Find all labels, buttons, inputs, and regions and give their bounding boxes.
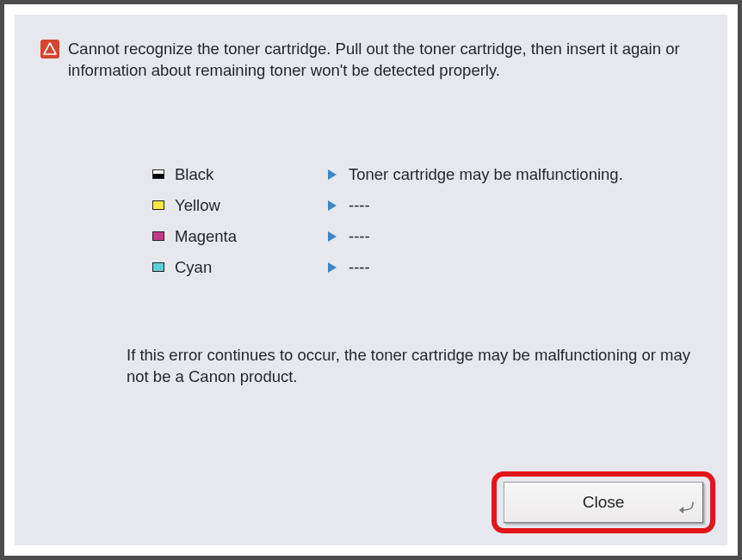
toner-name: Cyan	[175, 258, 328, 277]
toner-name: Yellow	[175, 196, 328, 215]
return-icon	[678, 500, 696, 519]
footer-message: If this error continues to occur, the to…	[127, 345, 702, 388]
toner-row-magenta: Magenta ----	[152, 221, 702, 252]
toner-row-cyan: Cyan ----	[152, 252, 702, 283]
toner-status: ----	[349, 258, 370, 277]
close-button-label: Close	[583, 493, 625, 512]
arrow-icon	[328, 231, 337, 242]
warning-message: Cannot recognize the toner cartridge. Pu…	[68, 39, 702, 82]
header-row: Cannot recognize the toner cartridge. Pu…	[40, 39, 702, 82]
toner-row-yellow: Yellow ----	[152, 190, 702, 221]
arrow-icon	[328, 169, 337, 180]
toner-status: ----	[349, 196, 370, 215]
warning-icon	[40, 40, 59, 62]
close-button-highlight: Close	[492, 471, 715, 533]
toner-name: Black	[175, 165, 328, 184]
svg-marker-2	[679, 507, 683, 514]
arrow-icon	[328, 262, 337, 273]
toner-status: Toner cartridge may be malfunctioning.	[349, 165, 623, 184]
swatch-cyan-icon	[152, 262, 164, 272]
toner-list: Black Toner cartridge may be malfunction…	[152, 159, 702, 283]
toner-status: ----	[349, 227, 370, 246]
swatch-black-icon	[152, 169, 164, 179]
swatch-yellow-icon	[152, 200, 164, 210]
toner-name: Magenta	[175, 227, 328, 246]
window-frame: Cannot recognize the toner cartridge. Pu…	[0, 0, 742, 560]
toner-row-black: Black Toner cartridge may be malfunction…	[152, 159, 702, 190]
dialog-panel: Cannot recognize the toner cartridge. Pu…	[15, 15, 727, 545]
close-button[interactable]: Close	[504, 482, 703, 523]
swatch-magenta-icon	[152, 231, 164, 241]
arrow-icon	[328, 200, 337, 211]
